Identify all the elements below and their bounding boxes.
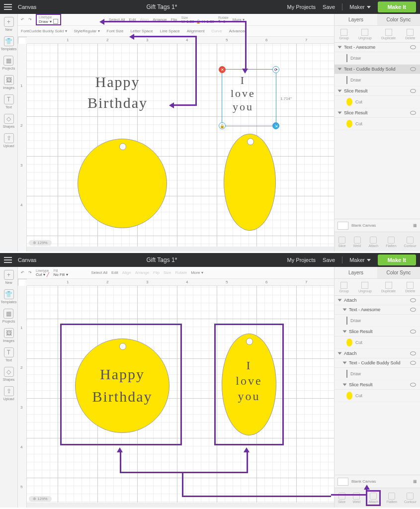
- sidebar-images[interactable]: 🖼Images: [3, 75, 14, 89]
- save-link[interactable]: Save: [323, 257, 335, 263]
- duplicate-button[interactable]: Duplicate: [381, 282, 396, 293]
- weld-button[interactable]: Weld: [352, 493, 360, 504]
- flip-menu[interactable]: Flip: [153, 270, 160, 275]
- linespace-group[interactable]: Line Space: [160, 29, 180, 33]
- text-happy-birthday[interactable]: Happy Birthday: [87, 72, 148, 113]
- letterspace-group[interactable]: Letter Space: [130, 29, 153, 33]
- sidebar-shapes[interactable]: ◇Shapes: [3, 114, 15, 128]
- undo-button[interactable]: ↶: [21, 270, 24, 275]
- fontsize-group[interactable]: Font Size: [107, 29, 124, 33]
- contour-button[interactable]: Contour: [404, 237, 417, 248]
- layer-sub[interactable]: Draw: [335, 52, 420, 65]
- sidebar-templates[interactable]: 👕Templates: [1, 289, 17, 304]
- attach-button[interactable]: Attach: [367, 492, 379, 505]
- flatten-button[interactable]: Flatten: [386, 237, 396, 248]
- sidebar-new[interactable]: +New: [4, 17, 14, 31]
- menu-icon[interactable]: [4, 257, 12, 263]
- font-select[interactable]: FontCuddle Buddy Solid ▾: [21, 29, 67, 33]
- menu-icon[interactable]: [4, 4, 12, 10]
- redo-button[interactable]: ↷: [28, 17, 32, 22]
- more-menu[interactable]: More ▾: [233, 17, 245, 22]
- layer-row[interactable]: Slice Result: [335, 380, 420, 390]
- my-projects-link[interactable]: My Projects: [287, 257, 316, 263]
- color-swatch[interactable]: [53, 19, 58, 24]
- sidebar-text[interactable]: TText: [4, 347, 14, 362]
- ungroup-button[interactable]: Ungroup: [358, 29, 372, 40]
- slice-button[interactable]: Slice: [338, 493, 345, 504]
- layer-row[interactable]: Slice Result: [335, 86, 420, 96]
- tab-colorsync[interactable]: Color Sync: [377, 267, 420, 278]
- grid-toggle-icon[interactable]: ▦: [413, 479, 417, 484]
- more-menu[interactable]: More ▾: [191, 270, 203, 275]
- canvas-color-swatch[interactable]: [337, 222, 348, 230]
- sidebar-upload[interactable]: ⇪Upload: [3, 386, 14, 401]
- tab-layers[interactable]: Layers: [335, 14, 377, 25]
- delete-button[interactable]: Delete: [405, 282, 415, 293]
- redo-button[interactable]: ↷: [28, 270, 32, 275]
- shape-oval-tag[interactable]: I love you: [222, 334, 276, 435]
- arrange-menu[interactable]: Arrange: [135, 270, 149, 275]
- arrange-menu[interactable]: Arrange: [153, 17, 167, 22]
- save-link[interactable]: Save: [323, 4, 335, 10]
- my-projects-link[interactable]: My Projects: [287, 4, 316, 10]
- layer-row[interactable]: Text - Awesome: [335, 305, 420, 315]
- duplicate-button[interactable]: Duplicate: [381, 29, 396, 40]
- attach-button[interactable]: Attach: [368, 237, 378, 248]
- grid-toggle-icon[interactable]: ▦: [413, 223, 417, 228]
- weld-button[interactable]: Weld: [353, 237, 361, 248]
- sidebar-text[interactable]: TText: [4, 94, 14, 109]
- align-menu[interactable]: Align: [140, 17, 149, 22]
- delete-button[interactable]: Delete: [405, 29, 415, 40]
- shape-circle-tag[interactable]: Happy Birthday: [75, 339, 169, 433]
- linetype-group[interactable]: Linetype Draw ▾: [36, 14, 61, 25]
- layer-row[interactable]: Text - Awesome: [335, 43, 420, 52]
- layer-sub[interactable]: Draw: [335, 368, 420, 380]
- linetype-group[interactable]: LinetypeCut ▾ ╱: [36, 269, 49, 277]
- layer-row[interactable]: Attach: [335, 296, 420, 305]
- layer-row[interactable]: Text - Cuddle Buddy Solid: [335, 65, 420, 74]
- layer-sub[interactable]: Cut: [335, 96, 420, 108]
- contour-button[interactable]: Contour: [404, 493, 417, 504]
- layer-row[interactable]: Text - Cuddle Buddy Solid: [335, 358, 420, 368]
- align-menu[interactable]: Align: [122, 270, 131, 275]
- zoom-indicator[interactable]: ⊕ 129%: [29, 240, 52, 246]
- resize-handle[interactable]: ⇲: [272, 122, 279, 129]
- flatten-button[interactable]: Flatten: [386, 493, 397, 504]
- sidebar-images[interactable]: 🖼Images: [3, 328, 14, 342]
- sidebar-new[interactable]: +New: [4, 270, 14, 284]
- layer-sub[interactable]: Cut: [335, 337, 420, 349]
- style-select[interactable]: StyleRegular ▾: [74, 29, 100, 33]
- undo-button[interactable]: ↶: [21, 17, 24, 22]
- sidebar-templates[interactable]: 👕Templates: [1, 36, 17, 51]
- layer-sub[interactable]: Cut: [335, 390, 420, 402]
- slice-button[interactable]: Slice: [338, 237, 345, 248]
- flip-menu[interactable]: Flip: [171, 17, 177, 22]
- edit-menu[interactable]: Edit: [129, 17, 136, 22]
- layer-row[interactable]: Attach: [335, 349, 420, 358]
- design-canvas[interactable]: 1 2 3 4 5 6 7 1 2 3 4 5: [18, 279, 334, 508]
- alignment-group[interactable]: Alignment: [187, 29, 205, 33]
- make-it-button[interactable]: Make It: [378, 1, 416, 12]
- rotate-handle[interactable]: ⟳: [272, 66, 279, 73]
- select-all-button[interactable]: Select All: [91, 270, 107, 275]
- sidebar-upload[interactable]: ⇪Upload: [3, 133, 14, 148]
- scrollbar-horizontal[interactable]: [27, 247, 334, 252]
- fill-group[interactable]: FillNo Fill ▾: [53, 269, 68, 277]
- layer-sub[interactable]: Draw: [335, 74, 420, 86]
- sidebar-projects[interactable]: ▦Projects: [2, 56, 15, 70]
- curve-group[interactable]: Curve: [211, 29, 222, 33]
- design-canvas[interactable]: 1 2 3 4 5 6 7 1 2 3 4 Happy Birthda: [18, 37, 334, 252]
- group-button[interactable]: Group: [339, 282, 349, 293]
- tab-layers[interactable]: Layers: [335, 267, 377, 278]
- make-it-button[interactable]: Make It: [378, 254, 416, 265]
- layer-sub[interactable]: Cut: [335, 118, 420, 130]
- delete-handle[interactable]: ✕: [219, 66, 226, 73]
- layer-row[interactable]: Slice Result: [335, 327, 420, 337]
- canvas-color-swatch[interactable]: [337, 478, 348, 486]
- sidebar-projects[interactable]: ▦Projects: [2, 309, 15, 323]
- ungroup-button[interactable]: Ungroup: [358, 282, 372, 293]
- select-all-button[interactable]: Select All: [109, 17, 125, 22]
- machine-selector[interactable]: Maker: [349, 4, 371, 10]
- shape-circle-tag[interactable]: [78, 139, 167, 228]
- machine-selector[interactable]: Maker: [349, 257, 371, 263]
